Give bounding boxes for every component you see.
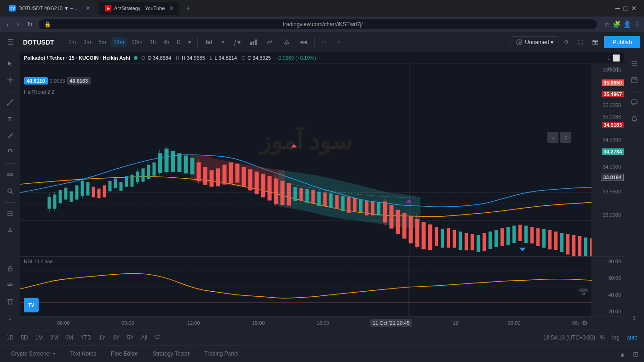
tab-pine-editor[interactable]: Pine Editor xyxy=(104,347,145,362)
eye-tool[interactable] xyxy=(3,277,17,292)
tf-d[interactable]: D xyxy=(174,37,184,47)
magnet-tool[interactable] xyxy=(3,145,17,159)
alert-tool[interactable] xyxy=(3,223,17,238)
brush-tool[interactable] xyxy=(3,128,17,143)
panel-collapse-button[interactable]: ▲ xyxy=(617,349,627,360)
svg-rect-25 xyxy=(8,268,12,271)
percent-toggle[interactable]: % xyxy=(597,334,608,342)
log-toggle[interactable]: log xyxy=(610,334,622,342)
rsi-axis: 80.00 60.00 40.00 20.00 xyxy=(592,257,624,316)
down-arrow-tool[interactable]: ↓ xyxy=(3,311,17,325)
price-scale-lock[interactable]: ⬜ xyxy=(612,54,620,62)
period-all[interactable]: All xyxy=(138,333,150,343)
chart-type-button[interactable] xyxy=(246,37,261,48)
trash-tool[interactable] xyxy=(3,294,17,309)
ema-price-badge: 40.6163 xyxy=(67,77,91,85)
tf-5m[interactable]: 5m xyxy=(96,37,109,47)
watchlist-tool[interactable] xyxy=(3,206,17,221)
unnamed-button[interactable]: Unnamed ▾ xyxy=(511,36,558,48)
watchlist-button[interactable] xyxy=(627,56,642,71)
time-06: 06:00 xyxy=(57,320,70,326)
forward-button[interactable]: › xyxy=(14,19,22,30)
undo-button[interactable]: ↩ xyxy=(318,37,330,47)
fullscreen-button[interactable]: ⛶ xyxy=(574,38,586,47)
axis-expand-button[interactable]: ↕ xyxy=(560,132,571,143)
new-tab-button[interactable]: + xyxy=(183,3,193,13)
tf-15m[interactable]: 15m xyxy=(111,37,127,47)
drawing-button[interactable] xyxy=(263,37,277,48)
extensions-icon[interactable]: 🧩 xyxy=(613,21,621,28)
tab-close-2[interactable]: ✕ xyxy=(169,5,174,11)
address-bar[interactable]: 🔒 tradingview.com/chart/iKSEwd7j/ xyxy=(38,19,598,30)
bar-style-button[interactable] xyxy=(201,37,216,48)
notification-button[interactable] xyxy=(627,112,642,126)
chart-canvas-wrapper[interactable]: سود آموز xyxy=(20,64,592,256)
period-6m[interactable]: 6M xyxy=(63,333,76,343)
calendar-button[interactable] xyxy=(627,73,642,87)
period-1m[interactable]: 1M xyxy=(33,333,46,343)
panel-expand-button[interactable]: ⊡ xyxy=(631,349,640,360)
period-3m[interactable]: 3M xyxy=(47,333,61,343)
svg-rect-0 xyxy=(206,40,207,44)
svg-point-11 xyxy=(7,104,8,106)
price-scale-down[interactable]: ↓ xyxy=(607,54,610,62)
svg-rect-43 xyxy=(114,179,117,188)
maximize-btn[interactable]: □ xyxy=(624,5,627,12)
screenshot-button[interactable]: 📷 xyxy=(588,37,602,47)
rsi-20: 20.00 xyxy=(592,309,624,314)
svg-rect-57 xyxy=(197,163,201,181)
period-3y[interactable]: 3Y xyxy=(110,333,122,343)
trendline-tool[interactable] xyxy=(3,95,17,110)
cursor-tool[interactable] xyxy=(3,56,17,71)
zoom-tool[interactable] xyxy=(3,184,17,198)
right-side-panel: ⟫ xyxy=(624,52,644,329)
period-5d[interactable]: 5D xyxy=(18,333,30,343)
replay-button[interactable]: ◀◀ xyxy=(296,37,310,47)
period-1y[interactable]: 1Y xyxy=(96,333,109,343)
svg-rect-73 xyxy=(299,188,303,201)
text-tool[interactable]: T xyxy=(3,112,17,126)
tab-tradingview[interactable]: TV DOTUSDT 40.6210 ▼ −2.57% U... ✕ xyxy=(4,2,96,15)
svg-rect-24 xyxy=(10,232,11,232)
minimize-btn[interactable]: ─ xyxy=(615,5,620,12)
hamburger-menu-button[interactable]: ☰ xyxy=(4,36,17,48)
add-indicator-button[interactable]: ƒ▾ xyxy=(230,37,244,48)
menu-icon[interactable]: ⋮ xyxy=(634,21,640,28)
crosshair-tool[interactable] xyxy=(3,73,17,87)
period-1d[interactable]: 1D xyxy=(4,333,16,343)
period-5y[interactable]: 5Y xyxy=(124,333,137,343)
tf-1h[interactable]: 1h xyxy=(147,37,158,47)
tf-4h[interactable]: 4h xyxy=(161,37,172,47)
chat-button[interactable] xyxy=(627,95,642,110)
tf-dropdown[interactable]: ▾ xyxy=(185,37,194,47)
profile-icon[interactable]: 👤 xyxy=(623,21,631,28)
time-settings-button[interactable]: ⚙ xyxy=(582,319,588,327)
lock-tool[interactable] xyxy=(3,261,17,276)
bar-style-dropdown[interactable]: ▾ xyxy=(218,37,228,47)
alert-button[interactable] xyxy=(279,37,294,48)
tab-crypto-screener[interactable]: Crypto Screener ▾ xyxy=(4,347,63,362)
tf-30m[interactable]: 30m xyxy=(129,37,145,47)
expand-right-button[interactable]: ⟫ xyxy=(627,311,642,325)
replay-mode-button[interactable] xyxy=(152,332,162,343)
tab-close-1[interactable]: ✕ xyxy=(86,5,90,11)
measure-tool[interactable] xyxy=(3,167,17,182)
bookmark-icon[interactable]: ☆ xyxy=(604,21,610,28)
settings-button[interactable]: ⚙ xyxy=(560,37,572,47)
period-ytd[interactable]: YTD xyxy=(78,333,94,343)
reload-button[interactable]: ↻ xyxy=(24,19,35,30)
auto-toggle[interactable]: auto xyxy=(624,334,640,342)
rsi-scroll-button[interactable]: » xyxy=(579,288,588,292)
close-btn[interactable]: ✕ xyxy=(631,5,637,12)
tf-3m[interactable]: 3m xyxy=(80,37,94,47)
tf-1m[interactable]: 1m xyxy=(66,37,79,47)
tab-strategy-tester[interactable]: Strategy Tester xyxy=(145,347,197,362)
redo-button[interactable]: ↪ xyxy=(332,37,343,47)
back-button[interactable]: ‹ xyxy=(4,19,12,30)
axis-scroll-down-button[interactable]: ↓ xyxy=(547,132,558,143)
tab-youtube[interactable]: ▶ ArzStrategy - YouTube ✕ xyxy=(99,2,179,15)
tab-trading-panel[interactable]: Trading Panel xyxy=(197,347,246,362)
publish-button[interactable]: Publish xyxy=(604,36,640,48)
strategy-tester-label: Strategy Tester xyxy=(153,351,190,357)
tab-text-notes[interactable]: Text Notes xyxy=(63,347,104,362)
